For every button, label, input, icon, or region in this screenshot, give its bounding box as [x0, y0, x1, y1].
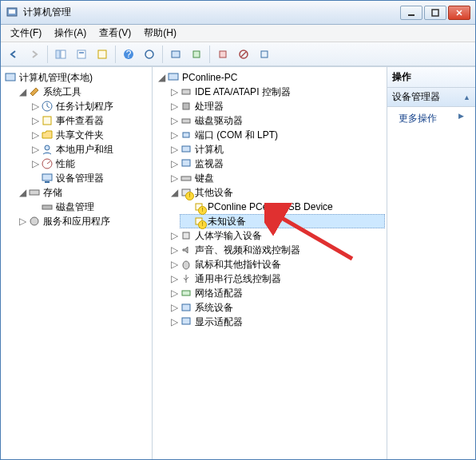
tree-performance[interactable]: ▷性能 — [28, 157, 150, 171]
expand-icon[interactable]: ▷ — [17, 216, 28, 227]
tree-shared-folders[interactable]: ▷共享文件夹 — [28, 128, 150, 142]
sound-icon — [180, 244, 192, 256]
expand-icon[interactable]: ▷ — [169, 144, 180, 155]
show-hide-tree-button[interactable] — [51, 45, 70, 64]
close-button[interactable] — [448, 6, 470, 20]
nav-back-button[interactable] — [4, 45, 23, 64]
device-ports[interactable]: ▷端口 (COM 和 LPT) — [167, 128, 385, 142]
expand-icon[interactable]: ▷ — [169, 172, 180, 184]
event-icon — [41, 114, 54, 127]
tree-storage[interactable]: ◢ 存储 — [15, 185, 150, 200]
menu-file[interactable]: 文件(F) — [4, 25, 48, 42]
services-icon — [28, 215, 41, 228]
disk-drive-icon — [180, 114, 192, 127]
expand-icon[interactable]: ▷ — [169, 288, 180, 299]
svg-rect-36 — [181, 176, 191, 180]
device-system[interactable]: ▷系统设备 — [167, 300, 385, 315]
expand-icon[interactable]: ▷ — [30, 115, 41, 126]
clock-icon — [41, 100, 54, 113]
help-button[interactable]: ? — [119, 45, 138, 64]
svg-rect-5 — [61, 50, 65, 58]
collapse-icon[interactable]: ◢ — [169, 187, 180, 198]
device-keyboard[interactable]: ▷键盘 — [167, 171, 385, 185]
actions-header: 操作 — [387, 67, 475, 88]
tree-services[interactable]: ▷服务和应用程序 — [15, 214, 150, 228]
export-button[interactable] — [93, 45, 112, 64]
device-display[interactable]: ▷显示适配器 — [167, 315, 385, 329]
svg-rect-14 — [220, 51, 226, 58]
collapse-arrow-icon: ▲ — [463, 93, 470, 101]
storage-icon — [28, 186, 41, 199]
tree-event-viewer[interactable]: ▷事件查看器 — [28, 113, 150, 128]
minimize-button[interactable] — [400, 6, 422, 20]
svg-rect-7 — [79, 52, 84, 54]
expand-icon[interactable]: ▷ — [30, 101, 41, 112]
usb-icon — [180, 272, 192, 285]
svg-rect-39 — [196, 218, 202, 224]
tree-root[interactable]: 计算机管理(本地) — [2, 70, 150, 85]
svg-rect-30 — [182, 89, 190, 94]
svg-rect-43 — [182, 304, 190, 311]
actions-pane: 操作 设备管理器 ▲ 更多操作 ▶ — [387, 67, 475, 459]
expand-icon[interactable]: ▷ — [169, 302, 180, 313]
device-other[interactable]: ◢其他设备 — [167, 185, 385, 200]
expand-icon[interactable]: ▷ — [169, 129, 180, 141]
expand-icon[interactable]: ▷ — [30, 144, 41, 155]
uninstall-button[interactable] — [213, 45, 232, 64]
cpu-icon — [180, 100, 192, 113]
device-mouse[interactable]: ▷鼠标和其他指针设备 — [167, 257, 385, 272]
expand-icon[interactable]: ▷ — [169, 259, 180, 270]
device-monitor[interactable]: ▷监视器 — [167, 157, 385, 171]
device-ide[interactable]: ▷IDE ATA/ATAPI 控制器 — [167, 85, 385, 99]
enable-button[interactable] — [255, 45, 274, 64]
collapse-icon[interactable]: ◢ — [17, 86, 28, 97]
menu-view[interactable]: 查看(V) — [93, 25, 137, 42]
device-usb-ctrl[interactable]: ▷通用串行总线控制器 — [167, 272, 385, 286]
svg-point-41 — [183, 261, 189, 269]
nav-fwd-button[interactable] — [25, 45, 44, 64]
expand-icon[interactable]: ▷ — [169, 316, 180, 327]
expand-icon[interactable]: ▷ — [30, 129, 41, 141]
maximize-button[interactable] — [424, 6, 446, 20]
device-network[interactable]: ▷网络适配器 — [167, 286, 385, 300]
device-usb-unknown[interactable]: PConline PCedu USB Device — [180, 200, 385, 214]
svg-point-21 — [45, 145, 50, 150]
tree-task-scheduler[interactable]: ▷任务计划程序 — [28, 99, 150, 113]
actions-subheader[interactable]: 设备管理器 ▲ — [387, 88, 475, 107]
expand-icon[interactable]: ▷ — [169, 244, 180, 256]
tools-icon — [28, 85, 41, 98]
tree-system-tools[interactable]: ◢ 系统工具 — [15, 85, 150, 99]
expand-icon[interactable]: ▷ — [169, 158, 180, 169]
svg-rect-18 — [6, 73, 15, 81]
expand-icon[interactable]: ▷ — [169, 86, 180, 97]
menu-action[interactable]: 操作(A) — [48, 25, 93, 42]
properties-button[interactable] — [72, 45, 91, 64]
refresh-button[interactable] — [140, 45, 159, 64]
device-cpu[interactable]: ▷处理器 — [167, 99, 385, 113]
collapse-icon[interactable]: ◢ — [156, 72, 167, 83]
window-title: 计算机管理 — [23, 6, 399, 19]
expand-icon[interactable]: ▷ — [169, 273, 180, 284]
tree-local-users[interactable]: ▷本地用户和组 — [28, 142, 150, 157]
device-unknown[interactable]: 未知设备 — [180, 214, 385, 228]
device-computer[interactable]: ▷计算机 — [167, 142, 385, 157]
expand-icon[interactable]: ▷ — [169, 230, 180, 241]
tree-disk-mgmt[interactable]: 磁盘管理 — [28, 200, 150, 214]
disable-button[interactable] — [234, 45, 253, 64]
svg-rect-35 — [182, 160, 190, 166]
device-root[interactable]: ◢PConline-PC — [154, 70, 385, 85]
actions-more[interactable]: 更多操作 ▶ — [387, 107, 475, 130]
device-disk[interactable]: ▷磁盘驱动器 — [167, 113, 385, 128]
collapse-icon[interactable]: ◢ — [17, 187, 28, 198]
device-sound[interactable]: ▷声音、视频和游戏控制器 — [167, 243, 385, 257]
device-hid[interactable]: ▷人体学输入设备 — [167, 228, 385, 243]
expand-icon[interactable]: ▷ — [169, 115, 180, 126]
menu-help[interactable]: 帮助(H) — [137, 25, 183, 42]
tree-device-manager[interactable]: 设备管理器 — [28, 171, 150, 185]
update-driver-button[interactable] — [187, 45, 206, 64]
expand-icon[interactable]: ▷ — [169, 101, 180, 112]
disk-icon — [41, 200, 54, 213]
hid-icon — [180, 229, 192, 242]
scan-button[interactable] — [166, 45, 185, 64]
expand-icon[interactable]: ▷ — [30, 158, 41, 169]
